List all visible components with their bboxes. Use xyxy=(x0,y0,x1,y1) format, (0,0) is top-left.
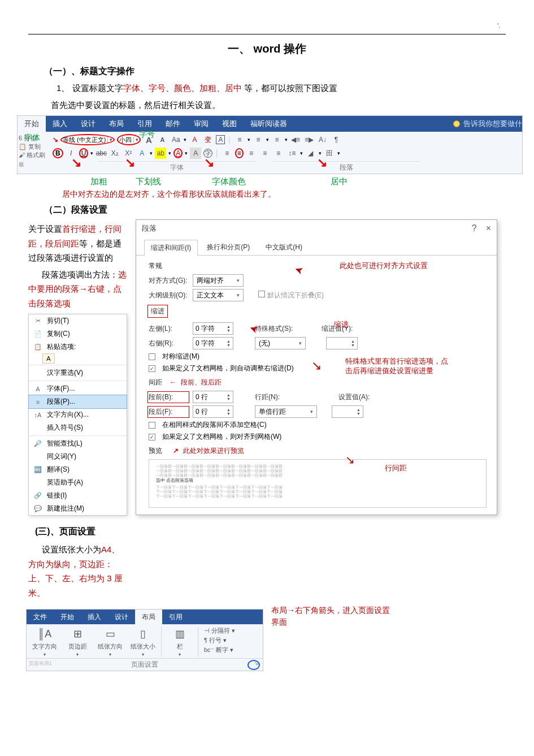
spacing-title: 间距 ← 段前、段后距 xyxy=(149,378,487,387)
ctx-paste-sub[interactable]: A xyxy=(29,353,127,364)
no-space-checkbox[interactable] xyxy=(149,422,155,429)
ctx-new-comment[interactable]: 💬新建批注(M) xyxy=(29,502,127,515)
help-button[interactable]: ? xyxy=(472,223,477,234)
tab-mailings[interactable]: 邮件 xyxy=(159,116,187,132)
tab-asian-typography[interactable]: 中文版式(H) xyxy=(259,239,309,255)
phonetic-btn[interactable]: 变 xyxy=(202,134,214,145)
after-spacing-spin[interactable]: 0 行▲▼ xyxy=(193,405,233,418)
orientation-btn[interactable]: ▭ 纸张方向▾ xyxy=(95,627,125,657)
ctx-english-assistant[interactable]: 英语助手(A) xyxy=(29,476,127,489)
ctx-link[interactable]: 🔗链接(I) xyxy=(29,489,127,502)
ctx-synonyms[interactable]: 同义词(Y) xyxy=(29,450,127,463)
multilevel-btn[interactable]: ≡ xyxy=(271,134,283,145)
line-numbers-btn[interactable]: ¶ 行号 ▾ xyxy=(204,636,235,645)
hyphenation-btn[interactable]: bc⁻ 断字 ▾ xyxy=(204,646,235,654)
paste-keep-icon[interactable]: A xyxy=(42,353,55,364)
align-center-btn[interactable]: ≡ xyxy=(235,148,244,158)
set-value-spin[interactable]: ▲▼ xyxy=(332,405,363,418)
ann-center: 居中 xyxy=(331,176,348,187)
font-color-btn[interactable]: A xyxy=(173,148,183,158)
tab-design[interactable]: 设计 xyxy=(74,116,102,132)
strike-btn[interactable]: abc xyxy=(95,148,107,159)
ctx-smart-lookup[interactable]: 🔎智能查找(L) xyxy=(29,437,127,450)
tab-references-2[interactable]: 引用 xyxy=(162,610,189,624)
indent-value-spin[interactable]: ▲▼ xyxy=(326,337,358,349)
char-border-btn[interactable]: A xyxy=(216,135,225,144)
bullets-btn[interactable]: ≡ xyxy=(234,134,245,145)
increase-indent-btn[interactable]: ≡▶ xyxy=(303,134,315,145)
tab-insert-2[interactable]: 插入 xyxy=(81,610,108,624)
ctx-translate[interactable]: 🔤翻译(S) xyxy=(29,463,127,476)
layout-ribbon-screenshot: 文件 开始 插入 设计 布局 引用 ║A 文字方向▾ ⊞ 页边距▾ ▭ 纸张方向… xyxy=(26,609,263,671)
show-marks-btn[interactable]: ¶ xyxy=(331,134,342,145)
decrease-indent-btn[interactable]: ◀≡ xyxy=(290,134,301,145)
ctx-ime[interactable]: 汉字重选(V) xyxy=(29,366,127,379)
tab-home[interactable]: 开始 xyxy=(18,116,46,132)
ctx-text-direction[interactable]: ↕A文字方向(X)... xyxy=(29,408,127,421)
highlight-terms: 字体、字号、颜色、加粗、居中 xyxy=(123,83,242,93)
line-spacing-label: 行距(N): xyxy=(255,392,294,402)
collapse-checkbox[interactable] xyxy=(258,291,265,297)
ctx-paragraph[interactable]: ≡段落(P)... xyxy=(29,395,127,408)
font-name-combo[interactable]: 等线 (中文正文)▾ xyxy=(60,134,115,145)
sort-btn[interactable]: A↓ xyxy=(317,134,328,145)
snap-grid-checkbox[interactable]: ✓ xyxy=(149,434,155,440)
format-painter-btn[interactable]: 🖌 格式刷 xyxy=(19,151,53,159)
tab-file[interactable]: 文件 xyxy=(27,610,54,624)
pane-char: 板 xyxy=(19,161,53,169)
close-button[interactable]: × xyxy=(486,223,491,234)
numbering-btn[interactable]: ≡ xyxy=(253,134,264,145)
line-spacing-btn[interactable]: ↕≡ xyxy=(286,148,298,159)
ctx-copy[interactable]: 📄复制(C) xyxy=(29,327,127,340)
tab-design-2[interactable]: 设计 xyxy=(108,610,135,624)
align-right-btn[interactable]: ≡ xyxy=(246,148,257,159)
text-direction-btn[interactable]: ║A 文字方向▾ xyxy=(30,627,59,657)
char-shading-btn[interactable]: A xyxy=(190,148,201,159)
columns-btn[interactable]: ▥ 栏▾ xyxy=(165,627,194,657)
sec2-p2: 段落选项调出方法：选中要用的段落→右键，点击段落选项 xyxy=(28,267,127,311)
cut-icon: ✂ xyxy=(33,317,42,326)
font-size-combo[interactable]: 小四▾ xyxy=(117,134,141,145)
copy-btn[interactable]: 📋 复制 xyxy=(19,142,53,151)
subscript-btn[interactable]: X₂ xyxy=(109,148,120,159)
highlight-btn[interactable]: ab xyxy=(155,148,166,159)
tab-foxit[interactable]: 福昕阅读器 xyxy=(244,116,294,132)
clear-format-btn[interactable]: A xyxy=(189,134,200,145)
arrow-underline: ↘ xyxy=(125,155,135,170)
tab-line-page-breaks[interactable]: 换行和分页(P) xyxy=(200,239,257,255)
change-case-btn[interactable]: Aa xyxy=(170,134,181,145)
ctx-cut[interactable]: ✂剪切(T) xyxy=(29,314,127,327)
section-1-text-2: 首先选中要设置的标题，然后进行相关设置。 xyxy=(51,98,506,113)
tab-home-2[interactable]: 开始 xyxy=(54,610,81,624)
align-justify-btn[interactable]: ≡ xyxy=(259,148,271,159)
text-effect-btn[interactable]: A xyxy=(136,148,147,159)
tab-layout-2[interactable]: 布局 xyxy=(135,610,162,624)
ann-size: 字号 xyxy=(139,129,155,140)
ctx-paste-options: 📋粘贴选项: xyxy=(29,340,127,353)
distribute-btn[interactable]: ≡ xyxy=(273,148,284,159)
tab-insert[interactable]: 插入 xyxy=(46,116,74,132)
tab-layout[interactable]: 布局 xyxy=(102,116,131,132)
line-spacing-select[interactable]: 单倍行距▾ xyxy=(255,405,317,418)
right-indent-spin[interactable]: 0 字符▲▼ xyxy=(193,337,233,349)
auto-grid-checkbox[interactable]: ✓ xyxy=(149,365,155,372)
tab-view[interactable]: 视图 xyxy=(215,116,244,132)
tab-review[interactable]: 审阅 xyxy=(187,116,215,132)
left-indent-spin[interactable]: 0 字符▲▼ xyxy=(193,322,233,335)
margins-btn[interactable]: ⊞ 页边距▾ xyxy=(63,627,92,657)
breaks-btn[interactable]: ⊣ 分隔符 ▾ xyxy=(204,627,235,635)
paper-size-btn[interactable]: ▯ 纸张大小▾ xyxy=(128,627,158,657)
before-spacing-spin[interactable]: 0 行▲▼ xyxy=(193,391,233,403)
tell-me[interactable]: 告诉我你想要做什 xyxy=(453,119,522,129)
alignment-select[interactable]: 两端对齐▾ xyxy=(193,274,244,287)
outline-select[interactable]: 正文文本▾ xyxy=(193,289,244,301)
ctx-insert-symbol[interactable]: 插入符号(S) xyxy=(29,421,127,434)
mirror-checkbox[interactable] xyxy=(149,353,155,360)
special-format-select[interactable]: (无)▾ xyxy=(255,337,306,349)
shrink-font-btn[interactable]: A xyxy=(157,134,168,145)
shading-btn[interactable]: ◢ xyxy=(305,148,316,159)
bold-btn[interactable]: B xyxy=(53,148,63,158)
tab-indent-spacing[interactable]: 缩进和间距(I) xyxy=(144,240,198,256)
align-left-btn[interactable]: ≡ xyxy=(222,148,233,159)
ctx-font[interactable]: A字体(F)... xyxy=(29,382,127,395)
